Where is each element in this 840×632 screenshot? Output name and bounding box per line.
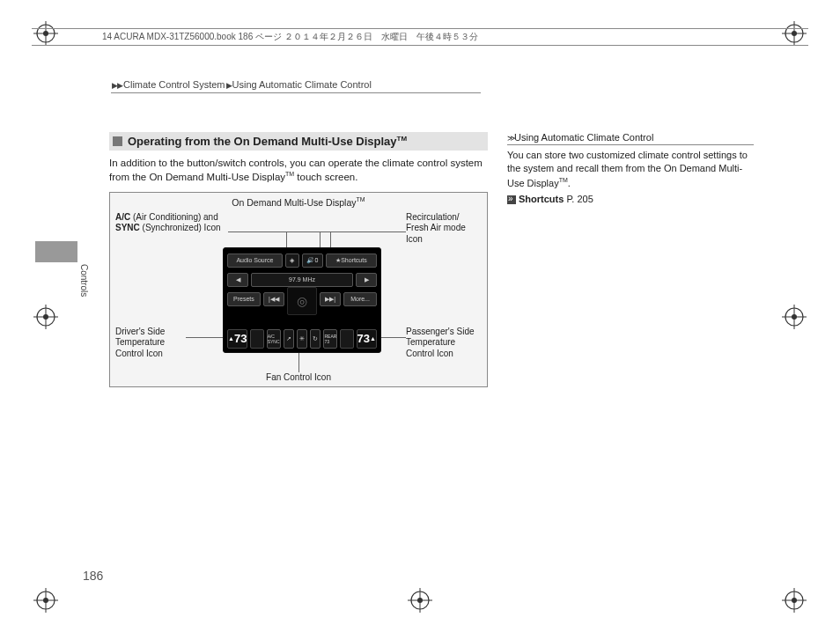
crop-mark-icon: [782, 305, 807, 329]
heading-text: Operating from the On Demand Multi-Use D…: [128, 135, 397, 148]
sidebar-note: ≫Using Automatic Climate Control You can…: [507, 132, 754, 204]
rear-icon[interactable]: REAR73: [323, 329, 337, 349]
ac-sync-icon[interactable]: A/CSYNC: [267, 329, 281, 349]
callout-fan: Fan Control Icon: [110, 372, 487, 384]
sidebar-body: You can store two customized climate con…: [507, 149, 754, 190]
breadcrumb-page: Using Automatic Climate Control: [232, 79, 372, 90]
tune-right-button[interactable]: ▶: [356, 273, 377, 287]
fan-icon[interactable]: ✳: [297, 329, 307, 349]
breadcrumb-section: Climate Control System: [123, 79, 225, 90]
volume-indicator: 🔊 0: [302, 254, 323, 268]
section-label: Controls: [79, 264, 89, 297]
breadcrumb: ▶▶Climate Control System▶Using Automatic…: [111, 79, 481, 93]
crossref-icon: [507, 195, 516, 204]
callout-recirc: Recirculation/ Fresh Air mode Icon: [406, 212, 483, 246]
header-text: 14 ACURA MDX-31TZ56000.book 186 ページ ２０１４…: [102, 31, 478, 43]
passenger-seat-icon[interactable]: [340, 329, 353, 349]
section-tab: [35, 241, 77, 262]
callout-driver-temp: Driver's Side Temperature Control Icon: [115, 327, 195, 360]
sidebar-marker-icon: ≫: [507, 134, 514, 143]
page-number: 186: [83, 569, 103, 583]
section-heading: Operating from the On Demand Multi-Use D…: [109, 132, 488, 151]
heading-tm: TM: [397, 135, 408, 143]
crop-mark-icon: [33, 588, 58, 613]
leader-line: [330, 231, 406, 232]
crop-mark-icon: [782, 588, 807, 613]
tune-left-button[interactable]: ◀: [227, 273, 248, 287]
leader-line: [228, 231, 330, 232]
shortcuts-button[interactable]: ★ Shortcuts: [326, 254, 377, 268]
page-header: 14 ACURA MDX-31TZ56000.book 186 ページ ２０１４…: [32, 28, 808, 46]
crop-mark-icon: [33, 305, 58, 329]
sidebar-heading: ≫Using Automatic Climate Control: [507, 132, 754, 145]
driver-seat-icon[interactable]: [250, 329, 263, 349]
mode-icon[interactable]: ↗: [284, 329, 294, 349]
breadcrumb-arrow-icon: ▶▶: [112, 81, 122, 90]
device-screenshot: Audio Source ◈ 🔊 0 ★ Shortcuts ◀ 97.9 MH…: [223, 247, 381, 353]
seek-back-button[interactable]: |◀◀: [263, 292, 284, 306]
leader-line: [298, 353, 299, 372]
recirc-icon[interactable]: ↻: [310, 329, 321, 349]
driver-temp-button[interactable]: ▲73: [227, 329, 247, 349]
breadcrumb-arrow-icon: ▶: [226, 81, 232, 90]
sidebar-crossref: Shortcuts P. 205: [507, 194, 754, 204]
figure-box: On Demand Multi-Use DisplayTM A/C (Air C…: [109, 192, 488, 387]
frequency-display: 97.9 MHz: [251, 273, 353, 287]
radio-icon[interactable]: ◈: [285, 254, 299, 268]
figure-title: On Demand Multi-Use DisplayTM: [110, 196, 487, 208]
seek-fwd-button[interactable]: ▶▶|: [320, 292, 341, 306]
intro-paragraph: In addition to the button/switch control…: [109, 156, 488, 184]
presets-button[interactable]: Presets: [227, 292, 261, 306]
signal-icon: ◎: [287, 287, 317, 315]
passenger-temp-button[interactable]: 73▲: [357, 329, 377, 349]
audio-source-button[interactable]: Audio Source: [227, 254, 283, 268]
heading-bullet-icon: [113, 136, 122, 146]
callout-passenger-temp: Passenger's Side Temperature Control Ico…: [406, 327, 485, 360]
crop-mark-icon: [408, 588, 432, 613]
more-button[interactable]: More...: [343, 292, 377, 306]
